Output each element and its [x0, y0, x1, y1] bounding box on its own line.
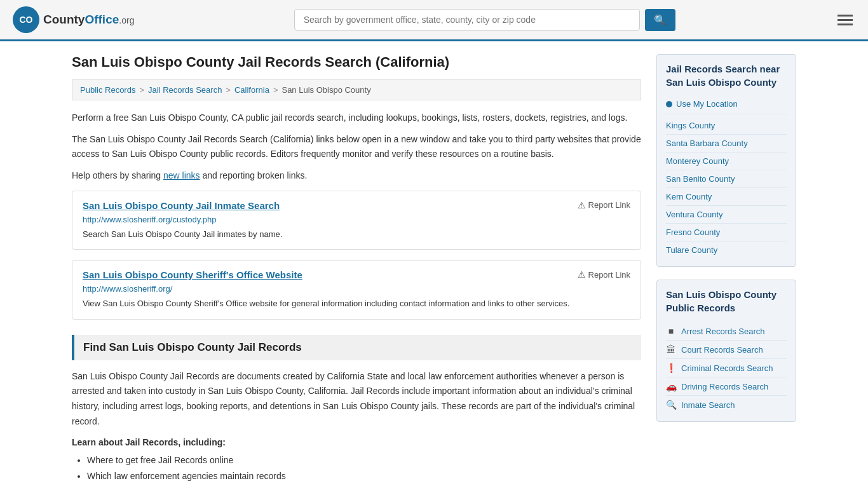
report-label-2: Report Link	[588, 270, 630, 280]
public-record-2: ❗ Criminal Records Search	[666, 359, 787, 377]
result-title-2[interactable]: San Luis Obispo County Sheriff's Office …	[83, 269, 302, 280]
learn-heading: Learn about Jail Records, including:	[72, 437, 641, 447]
logo-text: CountyOffice.org	[43, 13, 134, 27]
desc-para3-suffix: and reporting broken links.	[200, 170, 308, 180]
report-icon-2: ⚠	[578, 269, 586, 280]
county-link-3[interactable]: San Benito County	[666, 174, 735, 184]
learn-item-2: Which law enforcement agencies maintain …	[87, 468, 641, 484]
court-records-icon: 🏛	[666, 344, 676, 355]
desc-para3-prefix: Help others by sharing	[72, 170, 163, 180]
description-para3: Help others by sharing new links and rep…	[72, 168, 641, 182]
county-link-2[interactable]: Monterey County	[666, 156, 729, 166]
new-links-link[interactable]: new links	[163, 170, 200, 180]
nearby-counties-list: Kings County Santa Barbara County Monter…	[666, 117, 787, 259]
county-link-0[interactable]: Kings County	[666, 121, 715, 130]
public-record-1: 🏛 Court Records Search	[666, 341, 787, 359]
result-card-2: San Luis Obispo County Sheriff's Office …	[72, 260, 641, 320]
menu-button[interactable]	[835, 12, 855, 28]
search-area: 🔍	[294, 9, 675, 31]
breadcrumb: Public Records > Jail Records Search > C…	[72, 79, 641, 100]
breadcrumb-current: San Luis Obispo County	[281, 85, 370, 95]
report-link-2[interactable]: ⚠ Report Link	[578, 269, 630, 280]
county-item-1: Santa Barbara County	[666, 135, 787, 152]
description-para1: Perform a free San Luis Obispo County, C…	[72, 111, 641, 125]
sidebar-nearby-heading: Jail Records Search near San Luis Obispo…	[666, 62, 787, 89]
page-title: San Luis Obispo County Jail Records Sear…	[72, 54, 641, 71]
logo-area: CO CountyOffice.org	[13, 6, 134, 33]
main-content: San Luis Obispo County Jail Records Sear…	[72, 54, 641, 484]
result-desc-1: Search San Luis Obispo County Jail inmat…	[83, 228, 630, 241]
content-area: San Luis Obispo County Jail Records Sear…	[59, 41, 809, 488]
logo-brand: CountyOffice.org	[43, 13, 134, 26]
breadcrumb-california[interactable]: California	[234, 85, 269, 95]
use-location-link[interactable]: Use My Location	[676, 99, 738, 109]
menu-bar-3	[837, 24, 853, 25]
result-title-1[interactable]: San Luis Obispo County Jail Inmate Searc…	[83, 200, 280, 211]
result-desc-2: View San Luis Obispo County Sheriff's Of…	[83, 297, 630, 310]
report-link-1[interactable]: ⚠ Report Link	[578, 200, 630, 210]
county-link-5[interactable]: Ventura County	[666, 210, 723, 219]
find-body: San Luis Obispo County Jail Records are …	[72, 369, 641, 430]
county-item-5: Ventura County	[666, 206, 787, 224]
breadcrumb-sep-2: >	[226, 85, 231, 95]
result-card-1: San Luis Obispo County Jail Inmate Searc…	[72, 191, 641, 250]
driving-records-icon: 🚗	[666, 381, 676, 391]
county-item-7: Tulare County	[666, 241, 787, 259]
arrest-records-link[interactable]: Arrest Records Search	[681, 327, 765, 336]
arrest-records-icon: ■	[666, 326, 676, 336]
result-url-2[interactable]: http://www.slosheriff.org/	[83, 284, 630, 294]
use-location-item: Use My Location	[666, 97, 787, 114]
breadcrumb-public-records[interactable]: Public Records	[80, 85, 135, 95]
county-item-0: Kings County	[666, 117, 787, 135]
learn-list: Where to get free Jail Records online Wh…	[72, 452, 641, 484]
county-item-6: Fresno County	[666, 224, 787, 241]
search-button[interactable]: 🔍	[645, 9, 675, 31]
criminal-records-icon: ❗	[666, 363, 676, 373]
svg-text:CO: CO	[20, 15, 33, 25]
public-record-0: ■ Arrest Records Search	[666, 322, 787, 341]
court-records-link[interactable]: Court Records Search	[681, 345, 763, 355]
county-item-4: Kern County	[666, 188, 787, 206]
logo-svg: CO	[18, 11, 34, 28]
breadcrumb-jail-records[interactable]: Jail Records Search	[148, 85, 222, 95]
report-label-1: Report Link	[588, 200, 630, 210]
public-record-4: 🔍 Inmate Search	[666, 396, 787, 414]
public-record-3: 🚗 Driving Records Search	[666, 377, 787, 396]
inmate-search-link[interactable]: Inmate Search	[681, 400, 735, 410]
breadcrumb-sep-3: >	[273, 85, 278, 95]
criminal-records-link[interactable]: Criminal Records Search	[681, 363, 773, 373]
logo-icon: CO	[13, 6, 39, 33]
county-link-7[interactable]: Tulare County	[666, 245, 717, 255]
inmate-search-icon: 🔍	[666, 400, 676, 410]
driving-records-link[interactable]: Driving Records Search	[681, 382, 768, 391]
sidebar-public-records-heading: San Luis Obispo County Public Records	[666, 288, 787, 315]
county-link-4[interactable]: Kern County	[666, 192, 712, 201]
sidebar: Jail Records Search near San Luis Obispo…	[656, 54, 796, 484]
report-icon-1: ⚠	[578, 200, 586, 210]
result-url-1[interactable]: http://www.slosheriff.org/custody.php	[83, 215, 630, 224]
sidebar-public-records-box: San Luis Obispo County Public Records ■ …	[656, 280, 796, 422]
location-dot-icon	[666, 101, 672, 107]
search-input[interactable]	[294, 9, 640, 30]
description-para2: The San Luis Obispo County Jail Records …	[72, 132, 641, 161]
sidebar-nearby-box: Jail Records Search near San Luis Obispo…	[656, 54, 796, 267]
county-link-6[interactable]: Fresno County	[666, 227, 720, 237]
menu-bar-1	[837, 15, 853, 17]
county-item-3: San Benito County	[666, 170, 787, 188]
county-link-1[interactable]: Santa Barbara County	[666, 139, 748, 148]
menu-bar-2	[837, 19, 853, 21]
learn-item-1: Where to get free Jail Records online	[87, 452, 641, 468]
find-section-heading: Find San Luis Obispo County Jail Records	[72, 335, 641, 360]
breadcrumb-sep-1: >	[139, 85, 144, 95]
site-header: CO CountyOffice.org 🔍	[0, 0, 868, 41]
county-item-2: Monterey County	[666, 152, 787, 170]
